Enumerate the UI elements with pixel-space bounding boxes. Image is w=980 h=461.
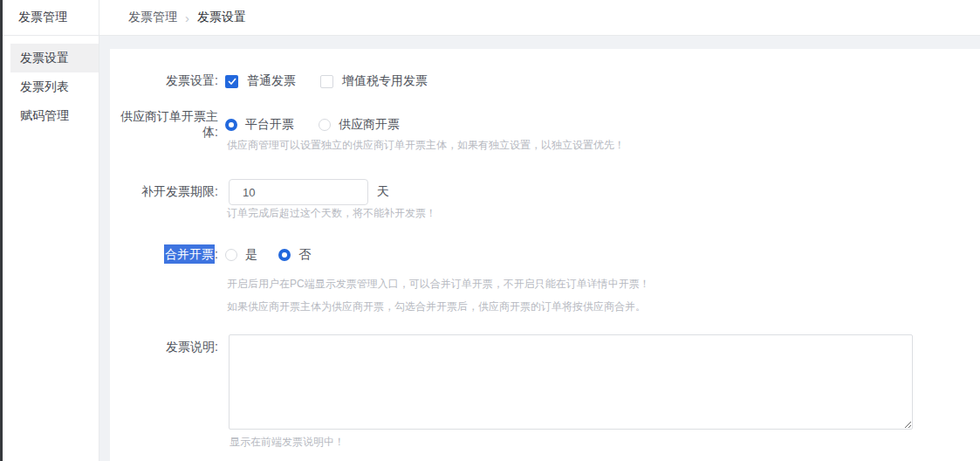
reissue-days-input[interactable]	[229, 179, 368, 205]
checkbox-unchecked[interactable]	[320, 75, 333, 88]
supplier-subject-row: 供应商订单开票主体: 平台开票 供应商开票	[110, 116, 980, 134]
radio-option-yes[interactable]: 是	[225, 247, 257, 263]
radio-unselected[interactable]	[225, 249, 237, 261]
merge-invoice-help-1: 开启后用户在PC端显示发票管理入口，可以合并订单开票，不开启只能在订单详情中开票…	[227, 277, 650, 292]
invoice-note-help: 显示在前端发票说明中！	[230, 435, 345, 450]
radio-unselected[interactable]	[319, 119, 331, 131]
merge-invoice-help-2: 如果供应商开票主体为供应商开票，勾选合并开票后，供应商开票的订单将按供应商合并。	[227, 299, 646, 314]
merge-invoice-label: 合并开票:	[110, 247, 218, 263]
radio-option-no[interactable]: 否	[278, 247, 311, 263]
reissue-days-help: 订单完成后超过这个天数，将不能补开发票！	[227, 206, 436, 221]
radio-option-supplier[interactable]: 供应商开票	[319, 117, 400, 133]
selected-text-highlight: 合并开票	[164, 244, 215, 264]
checkbox-option-normal-invoice[interactable]: 普通发票	[225, 73, 296, 89]
checkbox-option-vat-invoice[interactable]: 增值税专用发票	[320, 73, 428, 89]
sidebar-item-invoice-list[interactable]: 发票列表	[10, 72, 99, 101]
sidebar: 发票管理 发票设置 发票列表 赋码管理	[3, 0, 99, 461]
radio-label: 是	[245, 247, 257, 263]
radio-label: 否	[298, 247, 311, 263]
radio-label: 供应商开票	[339, 117, 400, 133]
radio-label: 平台开票	[245, 117, 294, 133]
sidebar-item-invoice-settings[interactable]: 发票设置	[10, 44, 99, 72]
merge-invoice-colon: :	[215, 247, 218, 261]
radio-option-platform[interactable]: 平台开票	[225, 117, 294, 133]
checkbox-label: 增值税专用发票	[342, 73, 428, 89]
sidebar-title: 发票管理	[3, 0, 99, 36]
breadcrumb-current: 发票设置	[197, 10, 246, 25]
sidebar-item-code-management[interactable]: 赋码管理	[10, 101, 99, 130]
breadcrumb-bar: 发票管理 › 发票设置	[99, 0, 980, 36]
invoice-note-label: 发票说明:	[110, 334, 218, 355]
checkbox-checked[interactable]	[225, 75, 238, 88]
settings-panel: 发票设置: 普通发票 增值税专用发票 供应商订单开票主体:	[110, 49, 980, 461]
merge-invoice-row: 合并开票: 是 否	[110, 246, 980, 264]
breadcrumb-parent[interactable]: 发票管理	[128, 10, 177, 25]
invoice-note-textarea[interactable]	[229, 334, 913, 430]
radio-selected[interactable]	[278, 249, 291, 261]
invoice-type-label: 发票设置:	[110, 73, 218, 89]
chevron-right-icon: ›	[185, 10, 189, 25]
app-window: 发票管理 发票设置 发票列表 赋码管理 发票管理 › 发票设置 发票设置:	[0, 0, 980, 461]
supplier-subject-help: 供应商管理可以设置独立的供应商订单开票主体，如果有独立设置，以独立设置优先！	[227, 138, 625, 153]
invoice-note-row: 发票说明:	[110, 334, 980, 430]
supplier-subject-label: 供应商订单开票主体:	[110, 109, 218, 141]
invoice-type-row: 发票设置: 普通发票 增值税专用发票	[110, 72, 980, 90]
checkbox-label: 普通发票	[247, 73, 296, 89]
sidebar-menu: 发票设置 发票列表 赋码管理	[3, 36, 99, 130]
reissue-days-label: 补开发票期限:	[110, 184, 218, 200]
check-icon	[228, 78, 236, 85]
reissue-days-unit: 天	[377, 184, 389, 200]
reissue-days-row: 补开发票期限: 天	[110, 179, 980, 205]
radio-selected[interactable]	[225, 119, 237, 131]
